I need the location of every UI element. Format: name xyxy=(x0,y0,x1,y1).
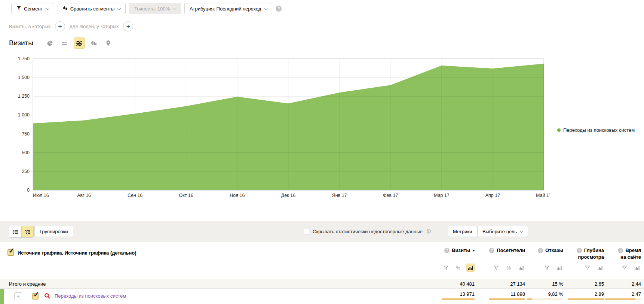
metric-header-line: ?Глубина xyxy=(577,247,604,253)
chart-legend: Переходы из поисковых систем xyxy=(557,127,635,133)
row-value-3: 2,89 xyxy=(563,291,604,300)
row-number: 13 971 xyxy=(460,291,475,297)
x-axis-tick: Авг 16 xyxy=(77,193,91,198)
tree-view-icon[interactable] xyxy=(21,226,33,237)
funnel-filter-icon[interactable] xyxy=(543,264,551,272)
visits-area-chart: 02505007501 0001 2501 5001 750Июл 16Авг … xyxy=(11,54,550,201)
help-icon[interactable]: ? xyxy=(276,6,282,12)
stacked-area-chart-icon[interactable] xyxy=(74,37,85,49)
yandex-metrica-report: Сегмент Сравнить сегменты Точность: 100%… xyxy=(0,0,644,304)
add-visit-condition-button[interactable]: + xyxy=(55,21,65,31)
for-people-with-label: для людей, у которых xyxy=(70,24,119,29)
row-checkbox[interactable]: ✓ xyxy=(32,293,39,300)
metric-header-line: ?Визиты▾ xyxy=(444,247,475,253)
bars-filter-icon[interactable] xyxy=(517,264,525,272)
flat-list-view-icon[interactable] xyxy=(9,226,21,237)
row-link[interactable]: Переходы из поисковых систем xyxy=(55,293,126,299)
bars-filter-icon[interactable] xyxy=(596,264,604,272)
totals-number: 2:44 xyxy=(632,281,641,287)
y-axis-tick: 500 xyxy=(22,150,30,155)
expand-row-button[interactable]: + xyxy=(14,292,22,300)
table-controls-bar: Группировки Скрывать статистически недос… xyxy=(0,221,644,242)
metric-header-label2: просмотра xyxy=(578,254,604,260)
percent-filter-icon[interactable]: % xyxy=(505,264,513,272)
metric-header-2[interactable]: ?Отказы xyxy=(525,247,563,260)
value-bar-fill xyxy=(489,298,525,300)
metric-filter-icons: %% xyxy=(441,264,641,272)
help-icon[interactable]: ? xyxy=(618,248,623,253)
metric-filters-3 xyxy=(563,264,604,272)
metric-filters-1: % xyxy=(475,264,525,272)
totals-number: 2,65 xyxy=(595,281,604,287)
row-value-2: 9,82 % xyxy=(525,291,563,300)
choose-goal-button[interactable]: Выберите цель xyxy=(477,226,528,237)
metric-header-1[interactable]: ?Посетители xyxy=(475,247,525,260)
funnel-filter-icon[interactable] xyxy=(442,264,450,272)
x-axis-tick: Фев 17 xyxy=(383,193,398,198)
metric-header-line: ?Отказы xyxy=(538,247,563,253)
gear-icon[interactable]: ⚙ xyxy=(426,228,432,235)
accuracy-button[interactable]: Точность: 100% xyxy=(129,3,181,14)
attribution-label: Атрибуция: Последний переход xyxy=(190,6,261,12)
value-bar xyxy=(527,298,563,300)
metric-header-label: Глубина xyxy=(584,247,604,253)
percent-filter-icon[interactable]: % xyxy=(454,264,462,272)
totals-number: 40 481 xyxy=(460,281,475,287)
y-axis-tick: 750 xyxy=(22,131,30,137)
add-people-condition-button[interactable]: + xyxy=(123,21,133,31)
row-value-0: 13 971 xyxy=(441,291,475,300)
bars-filter-icon[interactable] xyxy=(466,264,475,272)
help-icon[interactable]: ? xyxy=(489,248,494,253)
y-axis-tick: 1 500 xyxy=(18,75,30,80)
chevron-down-icon xyxy=(264,6,268,10)
map-pin-icon[interactable] xyxy=(103,37,114,49)
search-engine-icon xyxy=(44,293,50,300)
x-axis-tick: Окт 16 xyxy=(179,193,193,198)
funnel-filter-icon[interactable] xyxy=(583,264,592,272)
bars-filter-icon[interactable] xyxy=(633,264,641,272)
droplets-icon xyxy=(63,6,68,12)
area-chart-svg: 02505007501 0001 2501 5001 750Июл 16Авг … xyxy=(11,54,550,201)
help-icon[interactable]: ? xyxy=(444,248,450,253)
x-axis-tick: Ноя 16 xyxy=(230,193,245,198)
bars-filter-icon[interactable] xyxy=(555,264,563,272)
dimension-checkbox[interactable]: ✓ xyxy=(7,249,14,256)
pie-chart-icon[interactable] xyxy=(45,37,56,49)
help-icon[interactable]: ? xyxy=(538,248,543,253)
view-mode-toggle xyxy=(9,226,34,238)
totals-number: 27 134 xyxy=(510,281,525,287)
y-axis-tick: 1 750 xyxy=(18,56,30,61)
hide-unreliable-checkbox[interactable] xyxy=(304,229,309,234)
metric-header-label: Отказы xyxy=(545,247,563,253)
chart-type-switcher xyxy=(45,37,114,49)
hide-unreliable-control: Скрывать статистически недостоверные дан… xyxy=(304,228,432,235)
legend-label: Переходы из поисковых систем xyxy=(563,127,635,133)
metric-header-3[interactable]: ?Глубинапросмотра xyxy=(563,247,604,260)
value-bar xyxy=(568,298,604,300)
metric-header-0[interactable]: ?Визиты▾ xyxy=(441,247,475,260)
groupings-button[interactable]: Группировки xyxy=(34,226,73,237)
legend-dot xyxy=(557,128,561,132)
dimension-header: ✓ Источник трафика, Источник трафика (де… xyxy=(7,249,137,256)
totals-label: Итого и средние xyxy=(9,281,46,287)
dimension-title: Источник трафика, Источник трафика (дета… xyxy=(18,249,137,256)
line-chart-icon[interactable] xyxy=(59,37,70,49)
compare-segments-button[interactable]: Сравнить сегменты xyxy=(58,3,126,14)
row-value-4: 2:47 xyxy=(604,291,641,300)
funnel-filter-icon[interactable] xyxy=(492,264,500,272)
top-toolbar: Сегмент Сравнить сегменты Точность: 100%… xyxy=(11,3,282,14)
chevron-down-icon xyxy=(173,6,177,10)
totals-value-4: 2:44 xyxy=(604,281,641,287)
attribution-button[interactable]: Атрибуция: Последний переход xyxy=(184,3,272,14)
chevron-down-icon xyxy=(46,6,49,10)
row-number: 11 898 xyxy=(510,291,525,297)
totals-row: Итого и средние 40 48127 13415 %2,652:44 xyxy=(0,279,644,289)
segment-button[interactable]: Сегмент xyxy=(11,3,54,14)
metric-header-4[interactable]: ?Времяна сайте xyxy=(604,247,641,260)
metrics-button[interactable]: Метрики xyxy=(448,226,477,237)
funnel-filter-icon[interactable] xyxy=(620,264,629,272)
help-icon[interactable]: ? xyxy=(577,248,582,253)
totals-number: 15 % xyxy=(552,281,563,287)
totals-value-1: 27 134 xyxy=(475,281,525,287)
column-chart-icon[interactable] xyxy=(88,37,99,49)
